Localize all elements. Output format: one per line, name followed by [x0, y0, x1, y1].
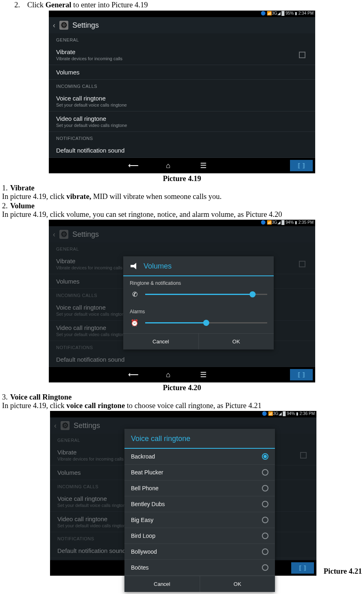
nav-home-icon[interactable]: ⌂	[151, 162, 186, 170]
gear-icon-3: ⚙	[61, 421, 70, 430]
ringtone-item-label: Bird Loop	[131, 533, 155, 539]
ringtone-item-label: Big Easy	[131, 517, 153, 523]
radio-icon[interactable]	[262, 548, 268, 555]
section-notifications: NOTIFICATIONS	[49, 132, 315, 143]
sec1-body: In picture 4.19, click vibrate, MID will…	[2, 192, 362, 201]
nav-home-icon-2[interactable]: ⌂	[151, 371, 186, 379]
nav-recent-icon[interactable]: ☰	[186, 161, 221, 170]
ringtone-item[interactable]: Boötes	[124, 560, 275, 576]
nav-screenshot-icon[interactable]: ⟦ ⟧	[290, 160, 313, 171]
status-bar-3: 🔵 📶3G◢ █ 94% ▮ 2:36 PM	[50, 411, 316, 417]
screenshot-4-21: 🔵 📶3G◢ █ 94% ▮ 2:36 PM ‹ ⚙ Settings GENE…	[50, 411, 316, 576]
nav-back-icon[interactable]: ⟵	[116, 161, 151, 170]
instr-bold: General	[46, 1, 72, 9]
alarm-track[interactable]	[145, 322, 267, 323]
ringtone-item-label: Bell Phone	[131, 485, 159, 491]
ring-cancel-button[interactable]: Cancel	[124, 576, 200, 592]
item-voice-call[interactable]: Voice call ringtone Set your default voi…	[49, 91, 315, 111]
heading-vibrate: 1.Vibrate	[2, 184, 362, 192]
ringtone-item[interactable]: Bird Loop	[124, 528, 275, 544]
screenshot-4-20: 🔵 📶3G◢ █ 94% ▮ 2:35 PM ‹ ⚙ Settings GENE…	[49, 220, 315, 382]
label-ringtone: Ringtone & notifications	[123, 276, 274, 287]
settings-header-2: ‹ ⚙ Settings	[49, 226, 315, 242]
nav-screenshot-icon-2[interactable]: ⟦ ⟧	[290, 369, 313, 380]
alarm-icon: ⏰	[130, 318, 139, 328]
instruction-step-2: 2.Click General to enter into Picture 4.…	[2, 1, 362, 9]
bg-sec-general: GENERAL	[49, 242, 315, 254]
sec2-num: 2.	[2, 202, 8, 210]
vibrate-checkbox[interactable]	[299, 52, 305, 58]
ringtone-item[interactable]: Beat Plucker	[124, 465, 275, 480]
volumes-dialog: Volumes Ringtone & notifications ✆ Alarm…	[123, 256, 274, 349]
settings-title-3: Settings	[74, 421, 100, 430]
vol-ok-button[interactable]: OK	[199, 334, 274, 349]
slider-alarms[interactable]: ⏰	[123, 315, 274, 333]
ringtone-item[interactable]: Bollywood	[124, 544, 275, 560]
ringtone-item[interactable]: Backroad	[124, 449, 275, 465]
ring-thumb[interactable]	[250, 291, 256, 297]
ring-dialog-buttons: Cancel OK	[124, 576, 275, 592]
sec3-body-post: to choose voice call ringtone, as Pictur…	[125, 402, 262, 410]
item-default-notif[interactable]: Default notification sound	[49, 143, 315, 158]
item-vibrate[interactable]: Vibrate Vibrate devices for incoming cal…	[49, 45, 315, 65]
sec2-body: In picture 4.19, click volume, you can s…	[2, 210, 362, 219]
ring-ok-button[interactable]: OK	[200, 576, 275, 592]
vibrate-title: Vibrate	[56, 48, 308, 55]
alarm-thumb[interactable]	[203, 320, 209, 326]
sec1-body-bold: vibrate,	[66, 192, 91, 201]
screenshot-4-21-row: 🔵 📶3G◢ █ 94% ▮ 2:36 PM ‹ ⚙ Settings GENE…	[2, 411, 362, 576]
settings-title-2: Settings	[72, 230, 99, 239]
ring-track[interactable]	[145, 294, 267, 295]
settings-header: ‹ ⚙ Settings	[49, 17, 315, 33]
sec3-body-pre: In picture 4.19, click	[2, 402, 66, 410]
status-bar-2: 🔵 📶3G◢ █ 94% ▮ 2:35 PM	[49, 220, 315, 226]
radio-icon[interactable]	[262, 501, 268, 507]
section-incoming: INCOMING CALLS	[49, 80, 315, 91]
radio-icon[interactable]	[262, 533, 268, 539]
phone-icon: ✆	[130, 289, 139, 299]
radio-icon[interactable]	[262, 453, 268, 460]
ringtone-item-label: Bentley Dubs	[131, 501, 165, 507]
nav-bar-2: ⟵ ⌂ ☰ ⟦ ⟧	[49, 367, 315, 382]
vol-cancel-button[interactable]: Cancel	[123, 334, 199, 349]
back-chevron-icon[interactable]: ‹	[53, 21, 55, 30]
bg-item-dn: Default notification sound	[49, 352, 315, 367]
ringtone-dialog: Voice call ringtone BackroadBeat Plucker…	[124, 429, 275, 592]
radio-icon[interactable]	[262, 517, 268, 523]
back-chevron-icon-3: ‹	[54, 421, 57, 430]
ringtone-item-label: Bollywood	[131, 548, 157, 555]
nav-back-icon-2[interactable]: ⟵	[116, 370, 151, 379]
item-volumes[interactable]: Volumes	[49, 65, 315, 80]
sec2-title: Volume	[10, 202, 35, 210]
instr-text-pre: Click	[27, 1, 46, 9]
ringtone-list: BackroadBeat PluckerBell PhoneBentley Du…	[124, 449, 275, 576]
status-bar: 🔵 📶3G◢ █ 95% ▮ 2:34 PM	[49, 11, 315, 17]
slider-ringtone[interactable]: ✆	[123, 287, 274, 305]
volumes-dialog-title: Volumes	[123, 256, 274, 276]
nav-bar: ⟵ ⌂ ☰ ⟦ ⟧	[49, 158, 315, 173]
instr-text-post: to enter into Picture 4.19	[71, 1, 148, 9]
sec3-body-bold: voice call ringtone	[66, 402, 125, 410]
ringtone-item-label: Backroad	[131, 453, 155, 460]
nav-screenshot-icon-3[interactable]: ⟦ ⟧	[291, 562, 314, 574]
ringtone-item-label: Beat Plucker	[131, 469, 163, 476]
caption-4-21: Picture 4.21	[324, 567, 362, 576]
ringtone-item[interactable]: Bell Phone	[124, 480, 275, 496]
radio-icon[interactable]	[262, 485, 268, 491]
radio-icon[interactable]	[262, 469, 268, 476]
bg3-vib-cb	[300, 452, 307, 459]
section-general: GENERAL	[49, 33, 315, 45]
caption-4-20: Picture 4.20	[2, 384, 362, 392]
ringtone-item[interactable]: Bentley Dubs	[124, 496, 275, 512]
radio-icon[interactable]	[262, 564, 268, 571]
sec1-body-pre: In picture 4.19, click	[2, 192, 66, 201]
gear-icon-2: ⚙	[59, 230, 68, 239]
default-notif: Default notification sound	[56, 147, 308, 154]
settings-title: Settings	[72, 21, 99, 30]
item-video-call[interactable]: Video call ringtone Set your default vid…	[49, 111, 315, 132]
ringtone-item[interactable]: Big Easy	[124, 512, 275, 528]
nav-recent-icon-2[interactable]: ☰	[186, 370, 221, 379]
volumes-title: Volumes	[56, 69, 308, 76]
heading-voice-ringtone: 3.Voice call Ringtone	[2, 393, 362, 402]
vibrate-sub: Vibrate devices for incoming calls	[56, 56, 308, 61]
